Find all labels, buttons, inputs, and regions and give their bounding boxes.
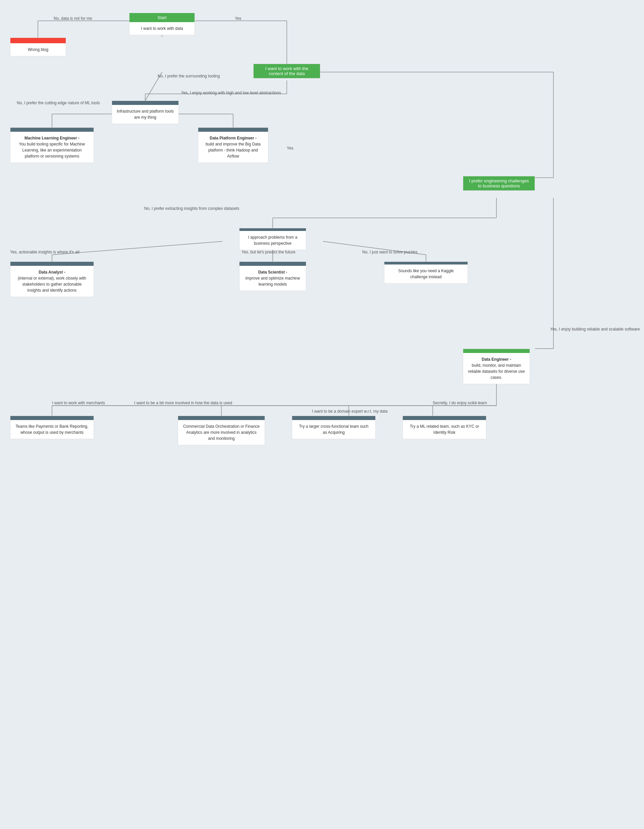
merchants-node: Teams like Payments or Bank Reporting, w… [10, 416, 94, 439]
commercial-data-body: Commercial Data Orchestration or Finance… [178, 420, 265, 445]
approach-problems-body: I approach problems from a business pers… [240, 231, 306, 250]
data-scientist-node: Data Scientist - improve and optimize ma… [239, 262, 306, 291]
data-scientist-body: Data Scientist - improve and optimize ma… [240, 266, 306, 291]
wrong-blog-red-header [10, 38, 66, 43]
flowchart: Start I want to work with data No, data … [0, 0, 644, 829]
data-engineer-node: Data Engineer - build, monitor, and main… [463, 348, 530, 384]
start-header: Start [129, 13, 194, 22]
label-yes-top: Yes [235, 16, 242, 21]
label-yes-predict: Yes, but let's predict the future [242, 250, 295, 254]
merchants-header [10, 416, 93, 420]
infra-body: Infrastructure and platform tools are my… [112, 105, 178, 124]
data-engineer-header [463, 349, 530, 353]
label-domain-expert: I want to be a domain expert w.r.t. my d… [312, 409, 387, 414]
connector-lines [0, 0, 644, 829]
data-scientist-header [240, 262, 306, 266]
merchants-body: Teams like Payments or Bank Reporting, w… [10, 420, 93, 439]
label-no-puzzles: No, I just want to solve puzzles [362, 250, 418, 254]
wrong-blog-node: Wrong blog [10, 38, 66, 56]
wrong-blog-body: Wrong blog [10, 43, 66, 56]
label-more-involved: I want to be a bit more involved in how … [134, 400, 232, 405]
ml-engineer-node: Machine Learning Engineer - You build to… [10, 128, 94, 163]
acquiring-node: Try a larger cross-functional team such … [292, 416, 376, 439]
data-analyst-body: Data Analyst - (internal or external), w… [10, 266, 93, 297]
prefer-engineering-node: I prefer engineering challenges to busin… [463, 176, 535, 191]
label-scikit: Secretly, I do enjoy scikit-learn [433, 400, 487, 405]
work-content-header: I want to work with the content of the d… [254, 64, 320, 78]
data-engineer-body: Data Engineer - build, monitor, and main… [463, 353, 530, 384]
infra-header [112, 101, 178, 105]
label-yes-actionable: Yes, actionable insights is where it's a… [10, 250, 79, 254]
kyc-node: Try a ML related team, such as KYC or Id… [402, 416, 486, 439]
start-node: Start I want to work with data [129, 13, 195, 35]
commercial-data-header [178, 416, 265, 420]
start-body: I want to work with data [129, 22, 194, 35]
data-platform-body: Data Platform Engineer - build and impro… [198, 132, 268, 162]
data-analyst-node: Data Analyst - (internal or external), w… [10, 262, 94, 297]
ml-engineer-header [10, 128, 93, 132]
approach-problems-node: I approach problems from a business pers… [239, 228, 306, 250]
label-yes-right: Yes [287, 146, 294, 151]
label-no-extracting: No, I prefer extracting insights from co… [144, 206, 239, 211]
label-no-data: No, data is not for me [54, 16, 92, 21]
data-platform-header [198, 128, 268, 132]
infra-platform-node: Infrastructure and platform tools are my… [112, 101, 179, 124]
data-analyst-header [10, 262, 93, 266]
acquiring-body: Try a larger cross-functional team such … [292, 420, 375, 439]
label-yes-abstractions: Yes, I enjoy working with high and low l… [181, 90, 281, 95]
commercial-data-node: Commercial Data Orchestration or Finance… [178, 416, 265, 445]
kyc-header [403, 416, 486, 420]
kyc-body: Try a ML related team, such as KYC or Id… [403, 420, 486, 439]
prefer-engineering-header: I prefer engineering challenges to busin… [463, 177, 535, 191]
acquiring-header [292, 416, 375, 420]
work-content-node: I want to work with the content of the d… [253, 64, 320, 79]
kaggle-body: Sounds like you need a Kaggle challenge … [384, 265, 467, 283]
label-no-tooling: No, I prefer the surrounding tooling [158, 74, 220, 79]
kaggle-node: Sounds like you need a Kaggle challenge … [384, 262, 468, 284]
label-merchants: I want to work with merchants [52, 400, 105, 405]
ml-engineer-body: Machine Learning Engineer - You build to… [10, 132, 93, 162]
label-no-cutting: No, I prefer the cutting edge nature of … [17, 101, 100, 105]
data-platform-node: Data Platform Engineer - build and impro… [198, 128, 268, 163]
label-yes-reliable: Yes, I enjoy building reliable and scala… [550, 327, 640, 331]
